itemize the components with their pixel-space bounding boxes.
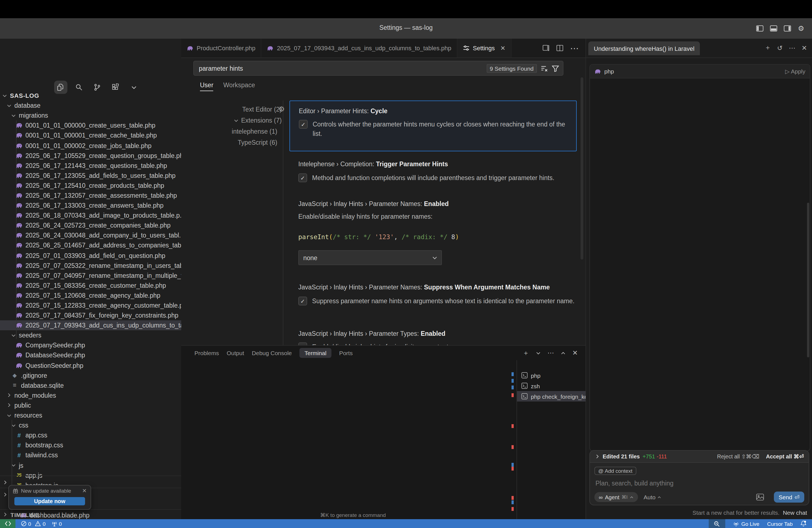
tree-item[interactable]: SAS-LOG: [0, 91, 181, 101]
clear-filters-icon[interactable]: [541, 65, 548, 72]
close-icon[interactable]: ✕: [801, 44, 807, 52]
checkbox-checked[interactable]: ✓: [298, 173, 307, 182]
split-editor-icon[interactable]: [542, 45, 550, 52]
close-icon[interactable]: ✕: [501, 44, 505, 52]
tree-item[interactable]: public: [0, 400, 181, 410]
tree-item[interactable]: 2025_07_17_084357_fix_foreign_key_constr…: [0, 310, 181, 320]
terminal-dropdown-chevron-icon[interactable]: [536, 350, 541, 355]
chat-tab[interactable]: Understanding whereHas() in Laravel: [588, 41, 700, 55]
go-live-button[interactable]: Go Live: [733, 520, 759, 527]
collapsed-section-chevron-icon[interactable]: [3, 480, 8, 485]
update-now-button[interactable]: Update now: [14, 497, 85, 505]
inlay-hints-select[interactable]: none: [298, 250, 442, 265]
setting-gear-icon[interactable]: ⚙: [278, 105, 285, 113]
terminal-instance[interactable]: php: [517, 370, 585, 381]
add-context-button[interactable]: @ Add context: [594, 467, 636, 475]
accept-all-button[interactable]: Accept all ⌘⏎: [766, 453, 804, 459]
toggle-secondary-sidebar-icon[interactable]: [784, 25, 791, 31]
settings-gear-icon[interactable]: ⚙: [798, 24, 804, 33]
tree-item[interactable]: 2025_06_24_025723_create_companies_table…: [0, 220, 181, 230]
settings-scrollbar[interactable]: [581, 77, 583, 260]
tree-item[interactable]: 2025_06_24_030048_add_company_id_to_user…: [0, 231, 181, 240]
more-actions-icon[interactable]: ⋯: [570, 43, 579, 53]
more-actions-icon[interactable]: ⋯: [789, 44, 795, 52]
tree-item[interactable]: 2025_06_17_123055_add_fields_to_users_ta…: [0, 171, 181, 180]
new-chat-icon[interactable]: ＋: [765, 43, 771, 53]
tree-item[interactable]: 2025_06_18_070343_add_image_to_products_…: [0, 210, 181, 220]
cursor-tab-toggle[interactable]: Cursor Tab: [767, 520, 793, 527]
close-panel-icon[interactable]: ✕: [572, 349, 578, 357]
tree-item[interactable]: 2025_07_01_033903_add_field_on_question.…: [0, 250, 181, 260]
model-selector[interactable]: Auto: [643, 494, 661, 500]
tree-item[interactable]: 0001_01_01_000000_create_users_table.php: [0, 121, 181, 131]
tree-item[interactable]: 2025_06_17_105529_create_question_groups…: [0, 150, 181, 160]
ports-indicator[interactable]: 0: [51, 520, 62, 527]
tree-item[interactable]: 2025_06_17_132057_create_assessments_tab…: [0, 191, 181, 201]
tab-output[interactable]: Output: [227, 350, 244, 356]
timeline-section-header[interactable]: TIMELINE: [0, 509, 181, 519]
tree-item[interactable]: 0001_01_01_000001_create_cache_table.php: [0, 131, 181, 141]
tree-item[interactable]: 2025_07_17_093943_add_cus_ins_udp_column…: [0, 320, 181, 330]
tab-productcontroller[interactable]: ProductController.php: [181, 39, 262, 57]
tree-item[interactable]: QuestionSeeder.php: [0, 361, 181, 370]
settings-search-input[interactable]: parameter hints 9 Settings Found: [193, 61, 563, 76]
tree-item[interactable]: 2025_07_15_083356_create_customer_table.…: [0, 281, 181, 291]
editor-layout-icon[interactable]: [556, 45, 563, 52]
tree-item[interactable]: js: [0, 460, 181, 470]
notifications-bell-icon[interactable]: [800, 520, 807, 527]
checkbox-checked[interactable]: ✓: [299, 120, 308, 129]
checkbox-checked[interactable]: ✓: [298, 297, 307, 305]
new-chat-link[interactable]: New chat: [783, 509, 807, 516]
collapsed-section-chevron-icon[interactable]: [3, 492, 8, 497]
checkbox-unchecked[interactable]: [298, 342, 307, 345]
new-terminal-icon[interactable]: ＋: [523, 348, 529, 357]
apply-button[interactable]: ▷ Apply: [785, 68, 806, 75]
tree-item[interactable]: 0001_01_01_000002_create_jobs_table.php: [0, 141, 181, 150]
tree-item[interactable]: ◆ .gitignore: [0, 370, 181, 380]
tree-item[interactable]: node_modules: [0, 391, 181, 400]
toggle-sidebar-icon[interactable]: [756, 25, 764, 31]
tab-migration-file[interactable]: 2025_07_17_093943_add_cus_ins_udp_column…: [262, 39, 458, 57]
tab-debug-console[interactable]: Debug Console: [252, 350, 292, 356]
tree-item[interactable]: ≡ database.sqlite: [0, 380, 181, 390]
tree-item[interactable]: seeders: [0, 331, 181, 340]
tab-ports[interactable]: Ports: [339, 350, 353, 356]
zoom-indicator[interactable]: [709, 519, 725, 528]
tree-item[interactable]: 2025_06_17_133003_create_answers_table.p…: [0, 201, 181, 210]
close-icon[interactable]: ✕: [82, 488, 87, 494]
agent-mode-selector[interactable]: ∞ Agent ⌘I: [594, 492, 638, 502]
tab-user[interactable]: User: [200, 82, 214, 91]
tree-item[interactable]: CompanySeeder.php: [0, 340, 181, 350]
more-actions-icon[interactable]: ⋯: [547, 349, 554, 357]
toc-intelephense[interactable]: intelephense (1): [201, 126, 282, 137]
reject-all-button[interactable]: Reject all ⇧⌘⌫: [717, 453, 759, 459]
tree-item[interactable]: 2025_07_15_122833_create_agency_customer…: [0, 300, 181, 310]
filter-icon[interactable]: [552, 65, 559, 72]
remote-indicator[interactable]: [0, 519, 15, 528]
tab-settings[interactable]: Settings ✕: [458, 39, 511, 57]
tab-workspace[interactable]: Workspace: [223, 82, 255, 91]
terminal-instance[interactable]: php check_foreign_keys...: [517, 391, 585, 401]
terminal-instance[interactable]: zsh: [517, 381, 585, 391]
tree-item[interactable]: migrations: [0, 111, 181, 120]
toggle-panel-icon[interactable]: [770, 25, 778, 31]
terminal-output[interactable]: [194, 362, 511, 519]
tree-item[interactable]: DatabaseSeeder.php: [0, 350, 181, 361]
toc-text-editor[interactable]: Text Editor (2): [201, 104, 282, 115]
tab-problems[interactable]: Problems: [194, 350, 219, 356]
tree-item[interactable]: css: [0, 420, 181, 430]
history-icon[interactable]: ↺: [777, 44, 783, 52]
tree-item[interactable]: # bootstrap.css: [0, 440, 181, 450]
send-button[interactable]: Send⏎: [773, 492, 804, 503]
tree-item[interactable]: resources: [0, 410, 181, 420]
problems-indicator[interactable]: 0 0: [21, 520, 46, 527]
edited-files-bar[interactable]: Edited 21 files +751 -111 Reject all ⇧⌘⌫…: [590, 450, 809, 462]
code-scrollbar[interactable]: [807, 203, 809, 357]
tree-item[interactable]: 2025_06_17_125410_create_products_table.…: [0, 180, 181, 191]
chat-code[interactable]: [594, 78, 809, 451]
tree-item[interactable]: 2025_06_25_014657_add_address_to_compani…: [0, 240, 181, 250]
tree-item[interactable]: 2025_06_17_121443_create_questions_table…: [0, 160, 181, 171]
tree-item[interactable]: 2025_07_15_120608_create_agency_table.ph…: [0, 291, 181, 300]
attach-image-icon[interactable]: [756, 494, 764, 500]
chat-input-box[interactable]: @ Add context Plan, search, build anythi…: [590, 462, 809, 505]
